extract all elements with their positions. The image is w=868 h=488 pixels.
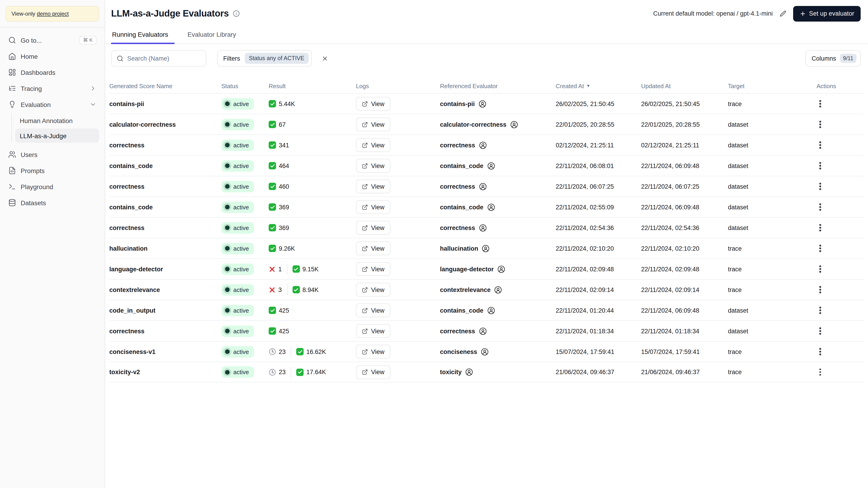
result-cell: 460 [269, 183, 356, 190]
sidebar-item-prompts[interactable]: Prompts [5, 163, 99, 178]
row-actions-menu-button[interactable] [816, 222, 824, 233]
view-logs-button[interactable]: View [356, 97, 391, 111]
sidebar-item-human-annotation[interactable]: Human Annotation [15, 113, 99, 128]
column-header-referenced-evaluator[interactable]: Referenced Evaluator [440, 83, 556, 89]
table-row[interactable]: contains_codeactive464Viewcontains_code2… [109, 155, 864, 176]
table-row[interactable]: language-detectoractive19.15KViewlanguag… [109, 258, 864, 279]
referenced-evaluator-cell[interactable]: correctness [440, 141, 556, 149]
row-actions-menu-button[interactable] [816, 284, 824, 295]
columns-button[interactable]: Columns 9/11 [806, 50, 861, 67]
row-actions-menu-button[interactable] [816, 119, 824, 130]
table-row[interactable]: correctnessactive341Viewcorrectness02/12… [109, 134, 864, 155]
referenced-evaluator-cell[interactable]: conciseness [440, 348, 556, 356]
row-actions-menu-button[interactable] [816, 140, 824, 151]
table-row[interactable]: hallucinationactive9.26KViewhallucinatio… [109, 238, 864, 258]
search-input[interactable] [127, 55, 201, 62]
column-header-target[interactable]: Target [728, 83, 816, 89]
referenced-evaluator-cell[interactable]: hallucination [440, 245, 556, 252]
sidebar-item-datasets[interactable]: Datasets [5, 195, 99, 211]
sidebar-item-tracing[interactable]: Tracing [5, 80, 99, 96]
view-logs-button[interactable]: View [356, 283, 391, 297]
row-actions-menu-button[interactable] [816, 202, 824, 213]
referenced-evaluator-cell[interactable]: contains-pii [440, 100, 556, 108]
referenced-evaluator-cell[interactable]: correctness [440, 327, 556, 335]
view-logs-button[interactable]: View [356, 118, 391, 131]
row-actions-menu-button[interactable] [816, 305, 824, 316]
row-actions-menu-button[interactable] [816, 346, 824, 357]
view-logs-button[interactable]: View [356, 324, 391, 338]
column-header-logs[interactable]: Logs [356, 83, 440, 89]
column-header-updated-at[interactable]: Updated At [641, 83, 728, 89]
tab-running-evaluators[interactable]: Running Evaluators [111, 31, 175, 44]
row-actions-menu-button[interactable] [816, 98, 824, 109]
row-actions-menu-button[interactable] [816, 181, 824, 192]
referenced-evaluator-cell[interactable]: calculator-correctness [440, 121, 556, 128]
sidebar-item-users[interactable]: Users [5, 147, 99, 163]
table-row[interactable]: calculator-correctnessactive67Viewcalcul… [109, 114, 864, 134]
referenced-evaluator-cell[interactable]: language-detector [440, 265, 556, 273]
tracing-icon [8, 85, 16, 92]
updated-at: 22/01/2025, 20:28:55 [641, 121, 728, 128]
row-actions-menu-button[interactable] [816, 243, 824, 254]
edit-model-button[interactable] [779, 10, 786, 17]
tab-evaluator-library[interactable]: Evaluator Library [186, 31, 237, 44]
view-label: View [371, 224, 384, 231]
table-row[interactable]: conciseness-v1active2316.62KViewconcisen… [109, 341, 864, 362]
result-segment: 9.15K [292, 265, 319, 273]
referenced-evaluator-cell[interactable]: contains_code [440, 203, 556, 211]
evaluator-user-icon [479, 327, 487, 335]
table-row[interactable]: correctnessactive425Viewcorrectness22/11… [109, 320, 864, 341]
error-cross-icon [269, 286, 276, 293]
column-header-created-at[interactable]: Created At▼ [556, 83, 641, 89]
view-logs-button[interactable]: View [356, 159, 391, 173]
sidebar-item-playground[interactable]: Playground [5, 178, 99, 195]
referenced-evaluator-cell[interactable]: contains_code [440, 306, 556, 314]
created-at: 21/06/2024, 09:46:37 [556, 369, 641, 376]
referenced-evaluator-cell[interactable]: toxicity [440, 368, 556, 376]
view-logs-button[interactable]: View [356, 365, 391, 379]
table-row[interactable]: toxicity-v2active2317.64KViewtoxicity21/… [109, 362, 864, 382]
referenced-evaluator-cell[interactable]: correctness [440, 183, 556, 190]
sidebar-item-evaluation[interactable]: Evaluation [5, 96, 99, 112]
referenced-evaluator-cell[interactable]: correctness [440, 224, 556, 232]
column-header-result[interactable]: Result [269, 83, 356, 89]
column-header-status[interactable]: Status [221, 83, 269, 89]
view-logs-button[interactable]: View [356, 303, 391, 317]
view-logs-button[interactable]: View [356, 241, 391, 255]
sidebar-item-goto[interactable]: Go to... ⌘ K [5, 32, 99, 48]
view-logs-button[interactable]: View [356, 180, 391, 193]
table-row[interactable]: code_in_outputactive425Viewcontains_code… [109, 300, 864, 320]
external-link-icon [362, 246, 368, 251]
result-divider [291, 366, 291, 378]
view-logs-button[interactable]: View [356, 200, 391, 214]
info-icon[interactable] [233, 10, 240, 17]
demo-project-link[interactable]: demo project [37, 10, 69, 17]
table-row[interactable]: contains-piiactive5.44KViewcontains-pii2… [109, 93, 864, 114]
view-logs-button[interactable]: View [356, 138, 391, 152]
actions-cell [816, 284, 864, 295]
view-logs-button[interactable]: View [356, 345, 391, 359]
sidebar-item-dashboards[interactable]: Dashboards [5, 64, 99, 80]
row-actions-menu-button[interactable] [816, 264, 824, 274]
table-row[interactable]: correctnessactive369Viewcorrectness22/11… [109, 217, 864, 238]
sidebar-item-home[interactable]: Home [5, 48, 99, 64]
result-segment: 23 [269, 348, 286, 355]
referenced-evaluator-cell[interactable]: contains_code [440, 162, 556, 170]
row-actions-menu-button[interactable] [816, 160, 824, 171]
view-logs-button[interactable]: View [356, 221, 391, 235]
clear-filters-button[interactable] [319, 52, 331, 64]
table-row[interactable]: contains_codeactive369Viewcontains_code2… [109, 196, 864, 217]
row-actions-menu-button[interactable] [816, 326, 824, 336]
status-cell: active [221, 284, 269, 295]
filters-button[interactable]: Filters Status any of ACTIVE [217, 50, 312, 67]
generated-score-name: conciseness-v1 [109, 348, 221, 355]
referenced-evaluator-cell[interactable]: contextrelevance [440, 286, 556, 294]
row-actions-menu-button[interactable] [816, 367, 824, 378]
table-row[interactable]: contextrelevanceactive38.94KViewcontextr… [109, 279, 864, 300]
external-link-icon [362, 122, 368, 127]
setup-evaluator-button[interactable]: Set up evaluator [793, 6, 861, 21]
table-row[interactable]: correctnessactive460Viewcorrectness22/11… [109, 176, 864, 196]
view-logs-button[interactable]: View [356, 262, 391, 276]
sidebar-item-llm-as-a-judge[interactable]: LLM-as-a-Judge [15, 129, 99, 143]
column-header-generated-score-name[interactable]: Generated Score Name [109, 83, 221, 89]
